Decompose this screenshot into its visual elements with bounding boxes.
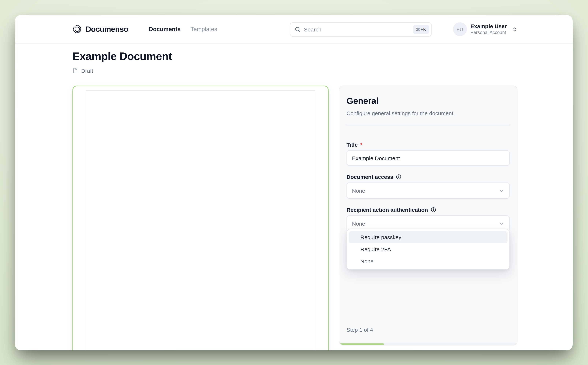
- pdf-page: [86, 90, 315, 350]
- user-account-type: Personal Account: [471, 30, 507, 35]
- chevron-down-icon: [499, 221, 504, 226]
- document-access-label: Document access: [347, 174, 510, 180]
- step-progress-track: [339, 344, 517, 345]
- content-row: General Configure general settings for t…: [72, 86, 517, 350]
- documenso-logo-icon: [72, 25, 82, 34]
- user-menu[interactable]: EU Example User Personal Account: [453, 22, 517, 36]
- chevron-down-icon: [499, 188, 504, 193]
- general-settings-panel: General Configure general settings for t…: [339, 86, 517, 345]
- browser-window: Documenso Documents Templates ⌘+K EU Exa…: [15, 15, 573, 350]
- panel-subheading: Configure general settings for the docum…: [347, 110, 510, 117]
- info-icon: [396, 174, 401, 180]
- user-meta: Example User Personal Account: [471, 23, 507, 36]
- recipient-auth-label: Recipient action authentication: [347, 207, 510, 213]
- avatar: EU: [453, 22, 467, 36]
- main-content: Example Document Draft General Configure…: [15, 44, 573, 350]
- status-badge: Draft: [81, 68, 93, 74]
- required-marker: *: [360, 141, 362, 148]
- file-icon: [72, 68, 78, 74]
- info-icon: [431, 207, 436, 212]
- page-title: Example Document: [72, 50, 517, 63]
- search-bar[interactable]: ⌘+K: [290, 22, 432, 36]
- recipient-auth-label-text: Recipient action authentication: [347, 207, 428, 213]
- document-access-value: None: [352, 187, 365, 194]
- divider: [347, 125, 510, 126]
- document-status: Draft: [72, 67, 517, 75]
- option-require-2fa[interactable]: Require 2FA: [349, 243, 508, 255]
- recipient-auth-value: None: [352, 220, 365, 227]
- document-access-label-text: Document access: [347, 174, 393, 180]
- nav-link-documents[interactable]: Documents: [149, 26, 181, 33]
- document-preview-card: [72, 86, 329, 350]
- brand-name: Documenso: [86, 25, 128, 34]
- search-shortcut-badge: ⌘+K: [413, 25, 429, 34]
- step-indicator: Step 1 of 4: [347, 327, 373, 333]
- desktop-background: Documenso Documents Templates ⌘+K EU Exa…: [0, 0, 588, 365]
- option-require-passkey[interactable]: Require passkey: [349, 231, 508, 243]
- step-progress-fill: [339, 344, 384, 345]
- app-header: Documenso Documents Templates ⌘+K EU Exa…: [15, 15, 573, 44]
- brand[interactable]: Documenso: [72, 25, 128, 34]
- option-none[interactable]: None: [349, 255, 508, 267]
- title-input[interactable]: [347, 150, 510, 166]
- search-input[interactable]: [290, 26, 431, 32]
- user-name: Example User: [471, 23, 507, 30]
- main-nav: Documents Templates: [149, 26, 217, 33]
- title-label-text: Title: [347, 141, 358, 148]
- chevrons-up-down-icon: [512, 27, 517, 32]
- nav-link-templates[interactable]: Templates: [191, 26, 217, 33]
- document-access-select[interactable]: None: [347, 182, 510, 199]
- panel-heading: General: [347, 95, 510, 106]
- recipient-auth-dropdown: Require passkey Require 2FA None: [347, 229, 510, 270]
- title-field-label: Title *: [347, 141, 510, 148]
- search-icon: [295, 26, 301, 32]
